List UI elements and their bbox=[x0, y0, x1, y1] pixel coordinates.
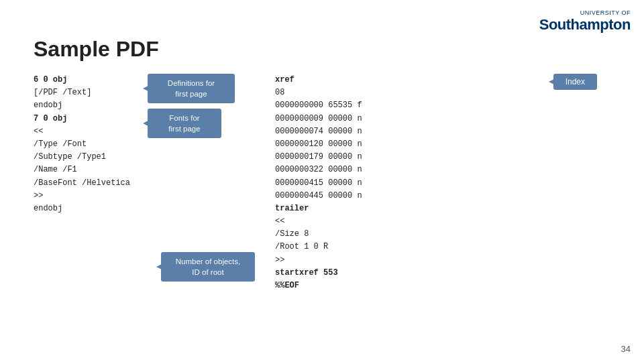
trailer-size: /Size 8 bbox=[275, 228, 610, 241]
callout-fonts: Fonts forfirst page bbox=[148, 109, 221, 138]
trailer-root: /Root 1 0 R bbox=[275, 241, 610, 253]
code-line-9: /BaseFont /Helvetica bbox=[34, 177, 262, 190]
xref-row-2: 0000000074 00000 n bbox=[275, 125, 610, 138]
xref-row-1: 0000000009 00000 n bbox=[275, 113, 610, 125]
trailer-open: << bbox=[275, 215, 610, 228]
xref-row-7: 0000000445 00000 n bbox=[275, 190, 610, 202]
xref-code-block: xref 08 0000000000 65535 f 0000000009 00… bbox=[275, 74, 610, 292]
university-name: Southampton bbox=[539, 16, 631, 34]
code-line-7: /Subtype /Type1 bbox=[34, 151, 262, 164]
university-label: UNIVERSITY OF bbox=[580, 9, 631, 16]
content-area: 6 0 obj [/PDF /Text] endobj 7 0 obj << /… bbox=[34, 74, 610, 335]
code-line-8: /Name /F1 bbox=[34, 164, 262, 176]
xref-row-4: 0000000179 00000 n bbox=[275, 151, 610, 164]
trailer-close: >> bbox=[275, 254, 610, 267]
code-line-10: >> bbox=[34, 190, 262, 202]
right-column: Index xref 08 0000000000 65535 f 0000000… bbox=[275, 74, 610, 335]
xref-row-5: 0000000322 00000 n bbox=[275, 164, 610, 176]
university-logo: UNIVERSITY OF Southampton bbox=[539, 9, 631, 34]
code-line-11: endobj bbox=[34, 202, 262, 215]
eof: %%EOF bbox=[275, 280, 610, 292]
xref-row-6: 0000000415 00000 n bbox=[275, 177, 610, 190]
startxref: startxref 553 bbox=[275, 267, 610, 280]
callout-index: Index bbox=[553, 74, 597, 90]
left-column: 6 0 obj [/PDF /Text] endobj 7 0 obj << /… bbox=[34, 74, 262, 335]
xref-row-0: 0000000000 65535 f bbox=[275, 99, 610, 112]
callout-definitions: Definitions forfirst page bbox=[148, 74, 235, 103]
page-title: Sample PDF bbox=[34, 37, 159, 62]
code-line-6: /Type /Font bbox=[34, 138, 262, 151]
xref-row-3: 0000000120 00000 n bbox=[275, 138, 610, 151]
callout-number-objects: Number of objects,ID of root bbox=[161, 252, 255, 282]
trailer-label: trailer bbox=[275, 202, 610, 215]
page-number: 34 bbox=[621, 344, 631, 354]
